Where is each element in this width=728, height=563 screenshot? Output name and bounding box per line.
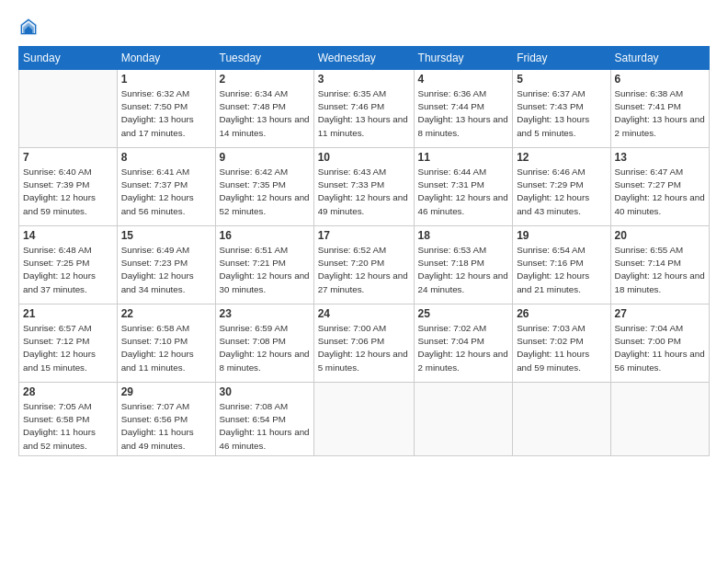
calendar-week-row: 14Sunrise: 6:48 AM Sunset: 7:25 PM Dayli… xyxy=(19,226,710,304)
calendar-cell: 9Sunrise: 6:42 AM Sunset: 7:35 PM Daylig… xyxy=(215,148,313,226)
day-info: Sunrise: 7:00 AM Sunset: 7:06 PM Dayligh… xyxy=(318,322,410,374)
day-info: Sunrise: 6:48 AM Sunset: 7:25 PM Dayligh… xyxy=(23,244,113,296)
day-number: 19 xyxy=(517,229,606,242)
day-info: Sunrise: 6:51 AM Sunset: 7:21 PM Dayligh… xyxy=(220,244,310,296)
logo xyxy=(18,17,42,37)
calendar-cell xyxy=(19,70,118,148)
day-info: Sunrise: 6:38 AM Sunset: 7:41 PM Dayligh… xyxy=(615,87,705,140)
calendar-cell: 13Sunrise: 6:47 AM Sunset: 7:27 PM Dayli… xyxy=(610,148,709,226)
logo-icon xyxy=(18,17,39,37)
day-number: 9 xyxy=(220,151,310,164)
calendar-cell: 17Sunrise: 6:52 AM Sunset: 7:20 PM Dayli… xyxy=(313,226,414,304)
day-info: Sunrise: 6:58 AM Sunset: 7:10 PM Dayligh… xyxy=(121,322,211,374)
calendar-cell xyxy=(414,383,513,456)
calendar-cell: 19Sunrise: 6:54 AM Sunset: 7:16 PM Dayli… xyxy=(513,226,610,304)
day-number: 3 xyxy=(318,73,410,86)
page-header xyxy=(18,17,710,37)
day-info: Sunrise: 6:36 AM Sunset: 7:44 PM Dayligh… xyxy=(418,87,509,140)
calendar-week-row: 28Sunrise: 7:05 AM Sunset: 6:58 PM Dayli… xyxy=(19,383,710,456)
day-number: 21 xyxy=(23,307,113,320)
day-number: 15 xyxy=(121,229,211,242)
day-number: 23 xyxy=(220,307,310,320)
day-info: Sunrise: 6:32 AM Sunset: 7:50 PM Dayligh… xyxy=(121,87,211,140)
calendar-cell: 7Sunrise: 6:40 AM Sunset: 7:39 PM Daylig… xyxy=(19,148,118,226)
calendar-header-thursday: Thursday xyxy=(414,47,513,70)
calendar-cell: 14Sunrise: 6:48 AM Sunset: 7:25 PM Dayli… xyxy=(19,226,118,304)
calendar-header-saturday: Saturday xyxy=(610,47,709,70)
calendar-cell: 6Sunrise: 6:38 AM Sunset: 7:41 PM Daylig… xyxy=(610,70,709,148)
day-number: 10 xyxy=(318,151,410,164)
day-number: 8 xyxy=(121,151,211,164)
day-info: Sunrise: 7:02 AM Sunset: 7:04 PM Dayligh… xyxy=(418,322,509,374)
day-info: Sunrise: 6:34 AM Sunset: 7:48 PM Dayligh… xyxy=(220,87,310,140)
day-info: Sunrise: 6:53 AM Sunset: 7:18 PM Dayligh… xyxy=(418,244,509,296)
calendar-header-wednesday: Wednesday xyxy=(313,47,414,70)
day-number: 11 xyxy=(418,151,509,164)
day-number: 17 xyxy=(318,229,410,242)
calendar-cell: 27Sunrise: 7:04 AM Sunset: 7:00 PM Dayli… xyxy=(610,304,709,383)
day-number: 20 xyxy=(615,229,705,242)
calendar-cell: 18Sunrise: 6:53 AM Sunset: 7:18 PM Dayli… xyxy=(414,226,513,304)
calendar-cell: 22Sunrise: 6:58 AM Sunset: 7:10 PM Dayli… xyxy=(117,304,215,383)
calendar-cell: 24Sunrise: 7:00 AM Sunset: 7:06 PM Dayli… xyxy=(313,304,414,383)
calendar-cell: 4Sunrise: 6:36 AM Sunset: 7:44 PM Daylig… xyxy=(414,70,513,148)
day-info: Sunrise: 7:03 AM Sunset: 7:02 PM Dayligh… xyxy=(517,322,606,374)
day-info: Sunrise: 6:44 AM Sunset: 7:31 PM Dayligh… xyxy=(418,166,509,218)
calendar-cell: 30Sunrise: 7:08 AM Sunset: 6:54 PM Dayli… xyxy=(215,383,313,456)
day-info: Sunrise: 7:08 AM Sunset: 6:54 PM Dayligh… xyxy=(220,400,310,453)
day-number: 29 xyxy=(121,385,211,398)
calendar-header-friday: Friday xyxy=(513,47,610,70)
day-info: Sunrise: 6:59 AM Sunset: 7:08 PM Dayligh… xyxy=(220,322,310,374)
calendar-cell: 11Sunrise: 6:44 AM Sunset: 7:31 PM Dayli… xyxy=(414,148,513,226)
calendar-cell xyxy=(610,383,709,456)
day-info: Sunrise: 6:42 AM Sunset: 7:35 PM Dayligh… xyxy=(220,166,310,218)
day-number: 25 xyxy=(418,307,509,320)
calendar-cell: 15Sunrise: 6:49 AM Sunset: 7:23 PM Dayli… xyxy=(117,226,215,304)
calendar-cell: 8Sunrise: 6:41 AM Sunset: 7:37 PM Daylig… xyxy=(117,148,215,226)
day-number: 24 xyxy=(318,307,410,320)
calendar-table: SundayMondayTuesdayWednesdayThursdayFrid… xyxy=(18,46,710,456)
day-info: Sunrise: 6:46 AM Sunset: 7:29 PM Dayligh… xyxy=(517,166,606,218)
day-info: Sunrise: 7:04 AM Sunset: 7:00 PM Dayligh… xyxy=(615,322,705,374)
day-number: 27 xyxy=(615,307,705,320)
calendar-cell: 25Sunrise: 7:02 AM Sunset: 7:04 PM Dayli… xyxy=(414,304,513,383)
calendar-cell: 12Sunrise: 6:46 AM Sunset: 7:29 PM Dayli… xyxy=(513,148,610,226)
day-info: Sunrise: 6:52 AM Sunset: 7:20 PM Dayligh… xyxy=(318,244,410,296)
day-number: 2 xyxy=(220,73,310,86)
calendar-cell xyxy=(513,383,610,456)
calendar-header-sunday: Sunday xyxy=(19,47,118,70)
calendar-cell: 1Sunrise: 6:32 AM Sunset: 7:50 PM Daylig… xyxy=(117,70,215,148)
calendar-cell: 29Sunrise: 7:07 AM Sunset: 6:56 PM Dayli… xyxy=(117,383,215,456)
calendar-cell: 28Sunrise: 7:05 AM Sunset: 6:58 PM Dayli… xyxy=(19,383,118,456)
day-info: Sunrise: 6:49 AM Sunset: 7:23 PM Dayligh… xyxy=(121,244,211,296)
day-info: Sunrise: 6:40 AM Sunset: 7:39 PM Dayligh… xyxy=(23,166,113,218)
day-number: 26 xyxy=(517,307,606,320)
day-number: 1 xyxy=(121,73,211,86)
day-info: Sunrise: 6:35 AM Sunset: 7:46 PM Dayligh… xyxy=(318,87,410,140)
day-number: 30 xyxy=(220,385,310,398)
calendar-cell: 2Sunrise: 6:34 AM Sunset: 7:48 PM Daylig… xyxy=(215,70,313,148)
day-info: Sunrise: 6:54 AM Sunset: 7:16 PM Dayligh… xyxy=(517,244,606,296)
calendar-cell: 3Sunrise: 6:35 AM Sunset: 7:46 PM Daylig… xyxy=(313,70,414,148)
calendar-cell: 10Sunrise: 6:43 AM Sunset: 7:33 PM Dayli… xyxy=(313,148,414,226)
day-number: 6 xyxy=(615,73,705,86)
day-number: 16 xyxy=(220,229,310,242)
day-number: 5 xyxy=(517,73,606,86)
calendar-page: SundayMondayTuesdayWednesdayThursdayFrid… xyxy=(0,0,728,563)
day-number: 14 xyxy=(23,229,113,242)
day-number: 7 xyxy=(23,151,113,164)
day-info: Sunrise: 6:37 AM Sunset: 7:43 PM Dayligh… xyxy=(517,87,606,140)
day-number: 12 xyxy=(517,151,606,164)
day-number: 4 xyxy=(418,73,509,86)
calendar-cell: 16Sunrise: 6:51 AM Sunset: 7:21 PM Dayli… xyxy=(215,226,313,304)
calendar-week-row: 7Sunrise: 6:40 AM Sunset: 7:39 PM Daylig… xyxy=(19,148,710,226)
calendar-header-tuesday: Tuesday xyxy=(215,47,313,70)
day-number: 28 xyxy=(23,385,113,398)
calendar-week-row: 1Sunrise: 6:32 AM Sunset: 7:50 PM Daylig… xyxy=(19,70,710,148)
calendar-header-monday: Monday xyxy=(117,47,215,70)
day-number: 22 xyxy=(121,307,211,320)
day-info: Sunrise: 7:07 AM Sunset: 6:56 PM Dayligh… xyxy=(121,400,211,453)
day-number: 18 xyxy=(418,229,509,242)
day-info: Sunrise: 6:41 AM Sunset: 7:37 PM Dayligh… xyxy=(121,166,211,218)
day-info: Sunrise: 6:57 AM Sunset: 7:12 PM Dayligh… xyxy=(23,322,113,374)
